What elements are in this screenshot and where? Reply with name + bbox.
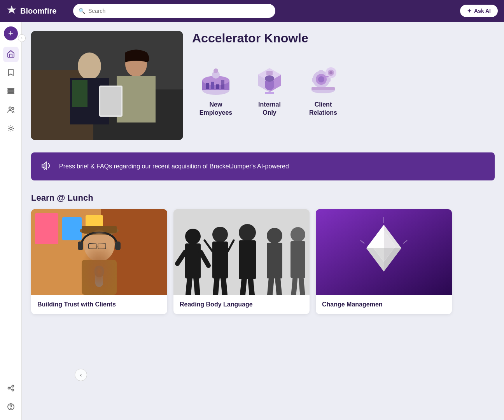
svg-rect-47	[312, 78, 315, 82]
svg-line-92	[250, 278, 252, 295]
sidebar: +	[0, 22, 22, 420]
svg-point-8	[8, 387, 10, 389]
search-input[interactable]	[88, 8, 270, 14]
svg-rect-21	[72, 80, 88, 107]
internal-only-label: Internal Only	[258, 101, 281, 117]
ask-ai-label: Ask AI	[474, 8, 491, 14]
svg-point-62	[80, 226, 119, 235]
category-cards: New Employees	[192, 55, 495, 123]
svg-rect-4	[8, 93, 14, 94]
svg-rect-59	[62, 217, 82, 240]
cards-row: Building Trust with Clients	[31, 209, 495, 314]
hero-image	[31, 31, 183, 140]
new-employees-label: New Employees	[200, 101, 232, 117]
card-title-3: Change Managemen	[322, 301, 446, 308]
content-card-building-trust[interactable]: Building Trust with Clients	[31, 209, 167, 314]
svg-rect-2	[8, 88, 14, 89]
svg-point-7	[10, 127, 12, 130]
sidebar-item-bookmarks[interactable]	[3, 65, 19, 81]
svg-point-75	[212, 227, 228, 242]
svg-line-87	[188, 277, 190, 295]
learn-at-lunch-section: Learn @ Lunch	[31, 193, 495, 314]
svg-rect-68	[115, 242, 121, 250]
sidebar-item-help[interactable]	[3, 400, 19, 415]
svg-rect-58	[35, 213, 58, 244]
hero-section: Accelerator Knowle	[31, 31, 495, 140]
create-button[interactable]: +	[4, 26, 18, 40]
svg-point-19	[78, 52, 101, 80]
people-icon	[7, 106, 15, 116]
svg-rect-52	[325, 76, 329, 77]
internal-only-icon	[252, 61, 287, 96]
svg-rect-32	[221, 80, 224, 89]
sidebar-collapse-button[interactable]: ›	[18, 34, 26, 42]
sidebar-item-series[interactable]	[3, 84, 19, 100]
sidebar-item-people[interactable]	[3, 103, 19, 118]
ask-ai-button[interactable]: ✦ Ask AI	[460, 5, 498, 17]
plus-icon: +	[8, 28, 13, 38]
content-card-change-management[interactable]: Change Managemen	[316, 209, 452, 314]
ask-ai-icon: ✦	[467, 8, 472, 14]
card-thumb-group	[173, 209, 310, 295]
svg-point-39	[265, 75, 274, 82]
svg-rect-29	[206, 83, 209, 89]
top-navigation: Bloomfire 🔍 ✦ Ask AI	[0, 0, 504, 22]
back-button[interactable]: ‹	[75, 369, 87, 381]
series-icon	[7, 87, 15, 97]
svg-rect-74	[185, 243, 201, 278]
hero-photo-bg	[31, 31, 183, 140]
svg-line-94	[278, 278, 279, 295]
svg-line-91	[243, 278, 244, 295]
svg-point-6	[12, 107, 14, 109]
main-content: Accelerator Knowle	[22, 22, 504, 420]
sidebar-bottom	[3, 381, 19, 420]
svg-rect-69	[82, 260, 117, 295]
announcement-banner[interactable]: Press brief & FAQs regarding our recent …	[31, 152, 495, 180]
category-card-client-relations[interactable]: Client Relations	[299, 55, 347, 123]
announcement-text: Press brief & FAQs regarding our recent …	[59, 163, 289, 170]
svg-rect-70	[95, 268, 103, 287]
svg-rect-40	[266, 71, 273, 75]
svg-point-79	[267, 228, 282, 243]
gear-icon	[7, 124, 15, 134]
svg-rect-48	[327, 78, 331, 82]
integrations-icon	[7, 384, 15, 394]
search-bar[interactable]: 🔍	[73, 4, 275, 18]
new-employees-icon	[198, 61, 233, 96]
category-card-internal-only[interactable]: Internal Only	[246, 55, 293, 123]
section-title-learn-at-lunch: Learn @ Lunch	[31, 193, 495, 203]
logo[interactable]: Bloomfire	[6, 5, 68, 18]
client-relations-icon	[306, 61, 341, 96]
svg-line-11	[10, 387, 12, 388]
svg-point-34	[214, 68, 218, 73]
sidebar-item-settings[interactable]	[3, 121, 19, 137]
svg-line-96	[301, 277, 303, 295]
sidebar-item-home[interactable]	[3, 47, 19, 62]
svg-rect-76	[212, 242, 228, 278]
svg-point-51	[329, 71, 332, 74]
svg-rect-54	[312, 87, 335, 90]
svg-line-95	[294, 277, 295, 295]
svg-point-10	[12, 389, 14, 391]
content-card-body-language[interactable]: Reading Body Language	[173, 209, 310, 314]
sidebar-item-integrations[interactable]	[3, 381, 19, 397]
svg-rect-65	[98, 243, 106, 249]
svg-line-93	[270, 278, 271, 295]
card-body-3: Change Managemen	[316, 295, 452, 314]
svg-rect-64	[89, 243, 96, 249]
svg-point-5	[9, 107, 11, 109]
card-title-1: Building Trust with Clients	[37, 301, 161, 308]
card-thumb-podcast	[31, 209, 167, 295]
svg-rect-71	[94, 266, 104, 277]
svg-point-14	[10, 408, 11, 409]
svg-rect-82	[290, 241, 305, 278]
card-body-2: Reading Body Language	[173, 295, 310, 314]
svg-point-73	[185, 229, 201, 244]
card-body-1: Building Trust with Clients	[31, 295, 167, 314]
client-relations-label: Client Relations	[309, 101, 337, 117]
category-card-new-employees[interactable]: New Employees	[192, 55, 240, 123]
help-icon	[7, 403, 15, 413]
svg-rect-30	[211, 82, 214, 89]
svg-line-88	[196, 277, 198, 295]
logo-text: Bloomfire	[20, 7, 56, 16]
